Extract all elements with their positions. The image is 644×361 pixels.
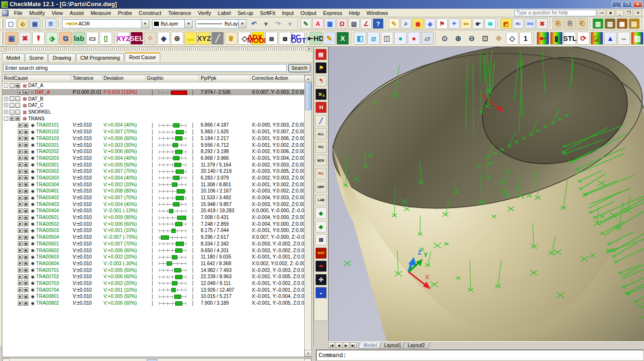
flag-edit-icon[interactable]: ⚑ [315,62,327,74]
visibility-eye-icon[interactable]: ◉ [31,142,35,147]
mdi-minimize-button[interactable]: _ [616,10,624,16]
feature-label[interactable]: TRA00401 [36,188,59,193]
feature-label[interactable]: TRA00703 [36,281,59,286]
visibility-eye-icon[interactable]: ◉ [31,228,35,233]
maximize-button[interactable]: ❐ [622,1,632,8]
table-row[interactable]: FR◉TRA00801V:±0.010V:+0.005 (50%)10.015 … [2,293,311,300]
match-properties-icon[interactable]: ✎ [300,18,311,29]
help-search-input[interactable] [515,10,596,16]
menu-express[interactable]: Express [320,9,346,17]
menu-tolerance[interactable]: Tolerance [165,9,194,17]
tab-root-cause[interactable]: Root Cause [125,52,160,62]
paste-new-icon[interactable]: ⎗ [577,18,588,29]
table-row[interactable]: FR◉TRA00701V:±0.010V:+0.005 (50%)14.982 … [2,267,311,273]
color-pencil-icon[interactable]: ✎ [323,32,335,45]
column-header-rootcause[interactable]: RootCause [2,75,71,82]
command-window[interactable]: Command: [316,349,644,361]
fit-checkbox[interactable]: F [18,215,23,220]
visibility-eye-icon[interactable]: ◉ [31,268,35,272]
edit-hatch-icon[interactable]: ▨ [348,18,360,29]
empty-checkbox[interactable] [10,103,14,108]
table-row[interactable]: FR◉TRA00404V:±0.010V:-0.001 (-10%)20.419… [2,207,311,214]
feature-label[interactable]: TRA00304 [36,182,59,187]
layout-tab-layout2[interactable]: Layout2 [402,342,430,348]
fit-checkbox[interactable]: F [18,241,23,246]
fit-checkbox[interactable]: F [18,281,23,285]
crown-icon[interactable]: ♛ [225,32,237,45]
fit-rotate-icon[interactable]: ⟳ [577,32,590,45]
feature-label[interactable]: DAT_A [35,90,50,95]
orbit-icon[interactable]: ◇ [506,32,518,45]
report-checkbox[interactable]: R [24,215,28,220]
feature-label[interactable]: DAT_A [28,83,44,88]
fit-checkbox[interactable]: F [18,202,23,206]
report-checkbox[interactable]: R [24,208,28,213]
scroll-left-icon[interactable]: ◀ [2,359,10,361]
report-checkbox[interactable]: R [24,221,28,226]
table-row[interactable]: FR◉TRA00403V:±0.010V:+0.004 (40%)15.948 … [2,201,311,207]
save-icon[interactable]: ▣ [29,18,40,29]
visibility-eye-icon[interactable]: ◉ [31,149,35,154]
menu-label[interactable]: Label [215,9,234,17]
cube-wire-icon[interactable]: ◫ [381,32,393,45]
deviation-xx-icon[interactable]: ✕ₓ [315,89,327,100]
report-checkbox[interactable]: R [24,123,28,128]
chevron-down-icon[interactable]: ▼ [141,20,149,28]
menu-probe[interactable]: Probe [115,9,135,17]
fit-checkbox[interactable]: F [18,123,23,128]
one-view-icon[interactable]: 1 [519,32,532,45]
table-row[interactable]: FR◉TRA00102V:±0.010V:+0.007 (70%)5.983 /… [2,129,311,135]
hscroll-thumb[interactable] [147,359,157,361]
open-folder-icon[interactable]: ⬖ [17,18,28,29]
table-row[interactable]: FR◉TRA00302V:±0.010V:+0.007 (70%)20.140 … [2,168,311,175]
menu-output[interactable]: Output [297,9,320,17]
fit-checkbox[interactable]: F [18,189,23,193]
render-shade-icon[interactable]: ▧ [605,18,616,29]
table-row[interactable]: FR◉TRA00203V:±0.010V:+0.004 (40%)6.968 /… [2,155,311,162]
report-checkbox[interactable]: R [24,169,28,174]
feature-label[interactable]: TRA00802 [36,300,59,306]
fit-checkbox[interactable]: F [18,268,23,272]
table-row[interactable]: FR◉TRA00601V:±0.010V:+0.007 (70%)8.334 /… [2,241,311,247]
hot-icon[interactable]: HOT [315,247,327,259]
next-tab-icon[interactable]: ▶ [343,342,349,348]
pan-icon[interactable]: ✥ [492,32,505,45]
visibility-eye-icon[interactable]: ◉ [31,287,35,292]
menu-modify[interactable]: Modify [26,9,48,17]
report-checkbox[interactable]: R [24,175,28,180]
rainbow2-icon[interactable]: ▥ [631,32,644,45]
group-row[interactable]: -FR▦TRANS [2,115,311,122]
report-checkbox[interactable]: R [24,228,28,233]
group-row[interactable]: -R▦DAT_A [2,82,311,89]
table-row[interactable]: FR○DAT_AP:0.000 (0.012)P:0.016 (133%)7.9… [2,89,311,96]
table-row[interactable]: FR◉TRA00304V:±0.010V:+0.002 (20%)11.308 … [2,181,311,188]
table-row[interactable]: FR◉TRA00604V:±0.010V:-0.003 (-30%)11.642… [2,260,311,267]
pic-hand-icon[interactable]: ☛ [473,18,484,29]
command-prompt[interactable]: Command: [317,350,643,359]
first-tab-icon[interactable]: |◀ [328,342,335,348]
fit-checkbox[interactable]: F [18,261,23,266]
visibility-eye-icon[interactable]: ◉ [31,189,35,193]
expand-icon[interactable]: + [4,103,8,107]
report-checkbox[interactable]: R [15,116,20,121]
ucs-icon[interactable]: ⌖ [449,18,460,29]
visibility-eye-icon[interactable]: ◉ [31,155,35,160]
feature-label[interactable]: TRA00702 [36,274,59,279]
table-row[interactable]: FR◉TRA00702V:±0.010V:+0.006 (60%)22.239 … [2,273,311,280]
measure-slash-icon[interactable]: ╱ [315,115,327,127]
ruler-icon[interactable]: ▬ [184,32,197,45]
report-checkbox[interactable]: R [24,294,28,299]
select-pic-icon[interactable]: PIC [315,142,327,153]
gdt-diamond2-icon[interactable]: ◈ [315,221,327,232]
chevron-down-icon[interactable]: ▼ [238,20,246,28]
visibility-eye-icon[interactable]: ◉ [31,274,35,279]
tab-model[interactable]: Model [2,53,25,62]
cube-slash-icon[interactable]: ⧄ [367,32,380,45]
visibility-eye-icon[interactable]: ◉ [31,294,35,299]
diag-icon[interactable]: ╱ [211,32,224,45]
linetype-combo[interactable]: ByLayer▼ [195,19,246,28]
table-row[interactable]: FR◉TRA00201V:±0.010V:+0.003 (30%)9.556 /… [2,142,311,148]
tab-drawing[interactable]: Drawing [48,53,76,62]
visibility-eye-icon[interactable]: ◉ [31,248,35,253]
table-row[interactable]: FR◉TRA00704V:±0.010V:+0.001 (10%)13.926 … [2,286,311,293]
